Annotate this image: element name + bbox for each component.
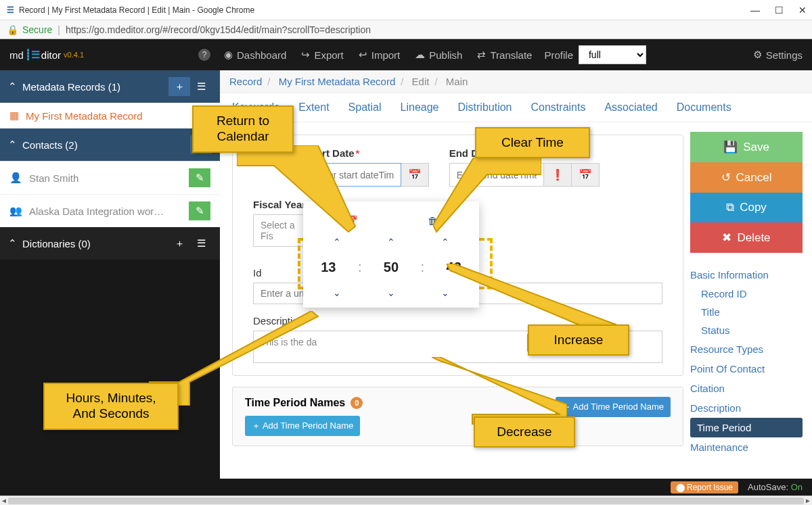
lock-icon: 🔒 [7, 24, 18, 35]
start-date-input[interactable] [307, 163, 401, 187]
scroll-left-icon[interactable]: ◄ [0, 497, 8, 504]
minute-value[interactable]: 50 [384, 260, 399, 275]
list-records-button[interactable]: ☰ [190, 77, 212, 96]
brand: md ┋☰ ditor v0.4.1 ? [0, 49, 220, 61]
scrollbar-thumb[interactable] [8, 498, 804, 504]
minimize-icon[interactable]: — [750, 5, 760, 16]
app-topnav: md ┋☰ ditor v0.4.1 ? ◉Dashboard ↪Export … [0, 39, 812, 70]
hour-up-button[interactable]: ⌃ [317, 237, 357, 247]
calendar-icon[interactable]: 📅 [572, 163, 600, 187]
edit-contact2-button[interactable]: ✎ [189, 201, 210, 220]
import-icon: ↩ [359, 49, 367, 61]
time-picker: 📅 🗑 ⌃ ⌃ ⌃ 13 : 50 : [303, 201, 479, 308]
nav2-maintenance[interactable]: Maintenance [690, 437, 803, 457]
nav-dashboard[interactable]: ◉Dashboard [224, 49, 286, 61]
nav-translate[interactable]: ⇄Translate [477, 49, 532, 61]
tab-spatial[interactable]: Spatial [348, 101, 382, 114]
end-date-input[interactable] [449, 163, 544, 187]
copy-button[interactable]: ⧉Copy [690, 193, 803, 222]
nav-import[interactable]: ↩Import [359, 49, 401, 61]
tab-associated[interactable]: Associated [604, 101, 657, 114]
contact2-label: Alaska Data Integration working… [29, 206, 164, 217]
second-down-button[interactable]: ⌄ [425, 287, 466, 298]
annot-return-calendar: Return to Calendar [192, 105, 294, 153]
sidebar-dict-label: Dictionaries (0) [22, 238, 91, 249]
edit-contact1-button[interactable]: ✎ [189, 168, 210, 187]
annot-increase: Increase [528, 324, 629, 356]
label-startdate: Start Date [307, 147, 360, 159]
profile-label: Profile [544, 49, 573, 61]
clear-time-icon[interactable]: 🗑 [428, 215, 438, 227]
report-issue-button[interactable]: ⬤ Report Issue [671, 481, 738, 494]
add-dictionary-button[interactable]: ＋ [168, 234, 190, 253]
help-icon[interactable]: ? [198, 49, 210, 61]
nav2-timeperiod[interactable]: Time Period [690, 418, 803, 437]
horizontal-scrollbar[interactable]: ◄ ► [0, 496, 812, 505]
sidebar-record-item[interactable]: ▦ My First Metadata Record [0, 103, 220, 128]
nav-export[interactable]: ↪Export [301, 49, 343, 61]
nav-settings[interactable]: ⚙Settings [753, 49, 803, 61]
hour-value[interactable]: 13 [321, 260, 336, 275]
return-calendar-icon[interactable]: 📅 [345, 215, 358, 227]
tabs: Keywords Extent Spatial Lineage Distribu… [220, 93, 812, 122]
crumb-name[interactable]: My First Metadata Record [279, 76, 396, 87]
contact1-label: Stan Smith [29, 172, 78, 184]
tpn-count-badge: 0 [351, 397, 363, 409]
add-time-period-name-button[interactable]: ＋ Add Time Period Name [245, 416, 360, 436]
save-icon: 💾 [723, 140, 738, 154]
nav2-description[interactable]: Description [690, 398, 803, 418]
crumb-edit: Edit [412, 76, 430, 87]
nav2-title[interactable]: Title [690, 303, 803, 321]
maximize-icon[interactable]: ☐ [775, 5, 784, 16]
crumb-main: Main [446, 76, 468, 87]
sidebar-contacts-header[interactable]: ⌃ Contacts (2) ＋ [0, 128, 220, 161]
add-record-button[interactable]: ＋ [168, 77, 190, 96]
dashboard-icon: ◉ [224, 49, 233, 61]
label-fiscalyear: Fiscal Year [253, 199, 306, 210]
minute-down-button[interactable]: ⌄ [371, 287, 411, 298]
second-value[interactable]: 43 [447, 260, 461, 275]
hour-down-button[interactable]: ⌄ [317, 287, 357, 298]
nav2-poc[interactable]: Point Of Contact [690, 359, 803, 379]
sidebar-record-label: My First Metadata Record [26, 110, 143, 122]
cancel-button[interactable]: ↺Cancel [690, 162, 803, 193]
annot-decrease: Decrease [474, 416, 575, 448]
nav2-citation[interactable]: Citation [690, 379, 803, 398]
copy-icon: ⧉ [726, 201, 734, 214]
autosave-status: On [791, 482, 803, 492]
nav2-recordid[interactable]: Record ID [690, 285, 803, 303]
second-up-button[interactable]: ⌃ [425, 237, 466, 247]
save-button[interactable]: 💾Save [690, 132, 803, 162]
tab-extent[interactable]: Extent [298, 101, 329, 114]
nav2-restypes[interactable]: Resource Types [690, 339, 803, 359]
close-icon[interactable]: ✕ [798, 5, 807, 16]
tab-distribution[interactable]: Distribution [457, 101, 512, 114]
url-text[interactable]: https://go.mdeditor.org/#/record/0kgv15d… [66, 24, 371, 35]
sidebar-dictionaries-header[interactable]: ⌃ Dictionaries (0) ＋ ☰ [0, 227, 220, 260]
sidebar-contact-2[interactable]: 👥 Alaska Data Integration working… ✎ [0, 194, 220, 227]
delete-button[interactable]: ✖Delete [690, 222, 803, 253]
calendar-icon[interactable]: 📅 [401, 163, 429, 187]
scroll-right-icon[interactable]: ► [804, 497, 812, 504]
sidebar-contact-1[interactable]: 👤 Stan Smith ✎ [0, 161, 220, 194]
brand-logo-icon: ┋☰ [25, 49, 40, 61]
nav2-status[interactable]: Status [690, 321, 803, 339]
tab-constraints[interactable]: Constraints [531, 101, 586, 114]
gear-icon: ⚙ [753, 49, 762, 61]
minute-up-button[interactable]: ⌃ [371, 237, 411, 247]
brand-md: md [9, 49, 24, 61]
nav-publish[interactable]: ☁Publish [415, 49, 462, 61]
add-time-period-name-button-top[interactable]: ＋ Add Time Period Name [556, 397, 671, 417]
profile-select[interactable]: full [579, 45, 646, 64]
sidebar-records-header[interactable]: ⌃ Metadata Records (1) ＋ ☰ [0, 70, 220, 103]
user-icon: 👤 [9, 172, 22, 184]
publish-icon: ☁ [415, 49, 425, 61]
tab-lineage[interactable]: Lineage [401, 101, 439, 114]
nav2-basic[interactable]: Basic Information [690, 265, 803, 285]
list-dictionaries-button[interactable]: ☰ [190, 234, 212, 253]
tab-documents[interactable]: Documents [677, 101, 731, 114]
form-area: Dates Start Date 📅 End Date [220, 122, 690, 479]
label-description: Description [253, 315, 304, 327]
chevron-down-icon: ⌃ [8, 80, 17, 93]
crumb-record[interactable]: Record [229, 76, 262, 87]
